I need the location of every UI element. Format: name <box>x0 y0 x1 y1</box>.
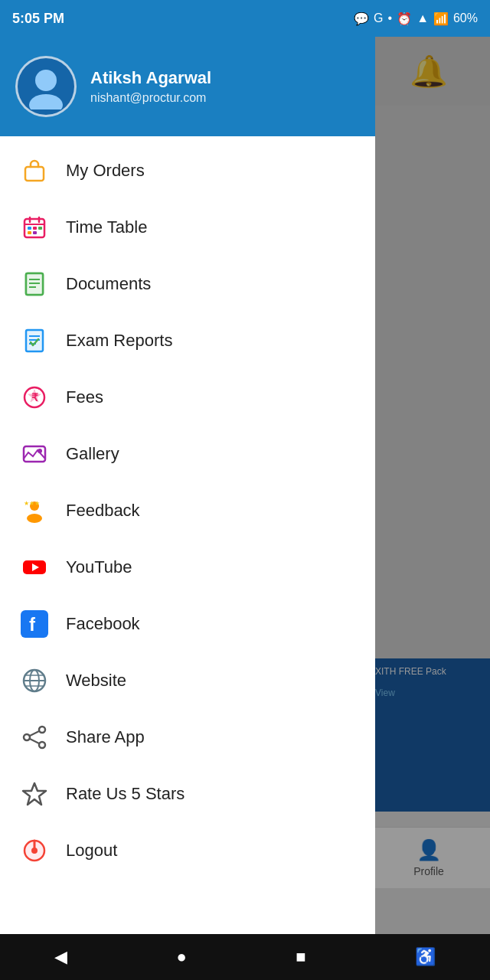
back-button[interactable]: ◀ <box>54 947 67 967</box>
facebook-icon: f <box>18 608 51 640</box>
my-orders-label: My Orders <box>66 161 145 181</box>
documents-label: Documents <box>66 274 151 294</box>
menu-item-share-app[interactable]: Share App <box>0 709 375 766</box>
drawer-header: Atiksh Agarwal nishant@proctur.com <box>0 37 375 136</box>
user-info: Atiksh Agarwal nishant@proctur.com <box>90 68 211 105</box>
svg-rect-11 <box>33 231 37 234</box>
status-icons: 💬 G • ⏰ ▲ 📶 60% <box>354 11 478 26</box>
fees-icon: ₹ <box>18 381 51 413</box>
status-bar: 5:05 PM 💬 G • ⏰ ▲ 📶 60% <box>0 0 490 37</box>
menu-item-exam-reports[interactable]: Exam Reports <box>0 312 375 369</box>
feedback-icon: ★★★ <box>18 495 51 527</box>
svg-text:₹: ₹ <box>31 391 38 403</box>
svg-rect-2 <box>25 167 44 181</box>
svg-point-1 <box>29 94 63 109</box>
svg-line-44 <box>30 739 39 743</box>
gallery-icon <box>18 438 51 470</box>
youtube-icon <box>18 551 51 583</box>
svg-point-41 <box>39 742 45 748</box>
menu-item-logout[interactable]: Logout <box>0 822 375 879</box>
svg-point-0 <box>35 70 57 91</box>
feedback-label: Feedback <box>66 501 140 521</box>
menu-item-fees[interactable]: ₹ Fees <box>0 369 375 426</box>
bag-icon <box>18 155 51 187</box>
avatar <box>15 56 77 117</box>
svg-point-40 <box>39 727 45 733</box>
youtube-label: YouTube <box>66 557 132 577</box>
rate-us-label: Rate Us 5 Stars <box>66 784 185 804</box>
menu-item-feedback[interactable]: ★★★ Feedback <box>0 482 375 539</box>
battery-icon: 60% <box>453 11 478 25</box>
alarm-icon: ⏰ <box>397 11 412 26</box>
menu-item-youtube[interactable]: YouTube <box>0 539 375 596</box>
menu-item-gallery[interactable]: Gallery <box>0 426 375 482</box>
svg-rect-9 <box>38 227 42 230</box>
svg-text:★★★: ★★★ <box>24 500 40 507</box>
menu-item-facebook[interactable]: f Facebook <box>0 596 375 652</box>
svg-text:f: f <box>29 614 36 635</box>
exam-icon <box>18 325 51 357</box>
time-table-label: Time Table <box>66 217 147 237</box>
navigation-drawer: Atiksh Agarwal nishant@proctur.com My Or… <box>0 37 375 934</box>
accessibility-button[interactable]: ♿ <box>415 947 436 967</box>
svg-point-27 <box>38 449 42 453</box>
share-icon <box>18 721 51 753</box>
documents-icon <box>18 268 51 300</box>
svg-point-29 <box>27 514 42 523</box>
svg-line-43 <box>30 731 39 736</box>
svg-rect-10 <box>28 231 31 234</box>
logout-label: Logout <box>66 841 117 861</box>
svg-rect-8 <box>33 227 37 230</box>
share-app-label: Share App <box>66 727 145 747</box>
whatsapp-icon: 💬 <box>354 11 369 26</box>
gallery-label: Gallery <box>66 444 119 464</box>
menu-item-documents[interactable]: Documents <box>0 256 375 312</box>
star-icon <box>18 778 51 810</box>
fees-label: Fees <box>66 387 103 407</box>
android-nav-bar: ◀ ● ■ ♿ <box>0 934 490 980</box>
menu-item-website[interactable]: Website <box>0 652 375 709</box>
recent-button[interactable]: ■ <box>296 947 305 967</box>
user-name: Atiksh Agarwal <box>90 68 211 88</box>
dot-icon: • <box>388 11 393 25</box>
signal-icon: 📶 <box>433 11 449 26</box>
user-email: nishant@proctur.com <box>90 91 211 105</box>
exam-reports-label: Exam Reports <box>66 331 172 351</box>
svg-marker-45 <box>23 783 46 805</box>
website-icon <box>18 665 51 697</box>
svg-point-42 <box>24 734 30 740</box>
g-icon: G <box>374 11 383 25</box>
website-label: Website <box>66 671 126 691</box>
status-time: 5:05 PM <box>12 11 64 27</box>
menu-item-my-orders[interactable]: My Orders <box>0 142 375 199</box>
menu-item-time-table[interactable]: Time Table <box>0 199 375 256</box>
menu-list: My Orders Time Table <box>0 136 375 934</box>
wifi-icon: ▲ <box>416 11 429 25</box>
svg-rect-7 <box>28 227 31 230</box>
logout-icon <box>18 835 51 867</box>
facebook-label: Facebook <box>66 614 140 634</box>
home-button[interactable]: ● <box>177 947 187 967</box>
menu-item-rate-us[interactable]: Rate Us 5 Stars <box>0 766 375 822</box>
timetable-icon <box>18 211 51 243</box>
